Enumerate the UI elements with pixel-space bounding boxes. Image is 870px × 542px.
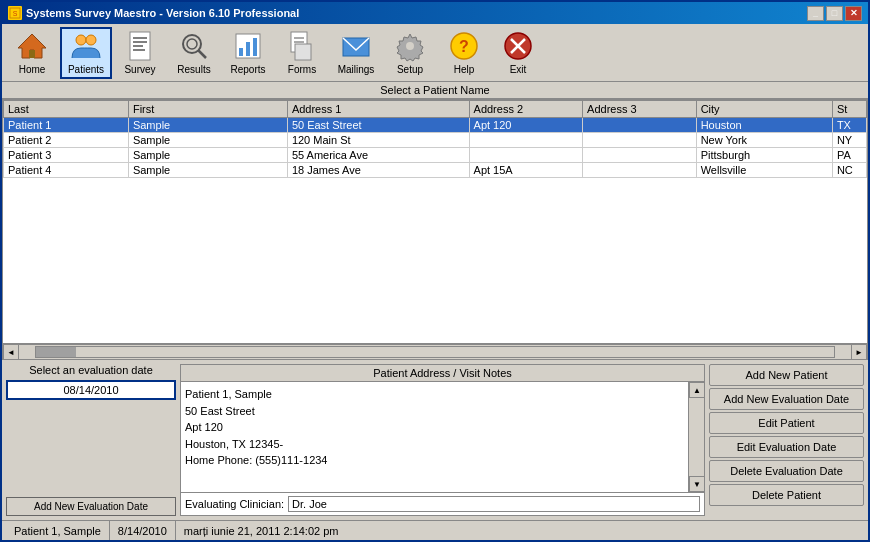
exit-label: Exit [510, 64, 527, 75]
eval-date-panel: Select an evaluation date Add New Evalua… [6, 364, 176, 516]
toolbar-exit[interactable]: Exit [492, 27, 544, 79]
scroll-left-button[interactable]: ◄ [3, 344, 19, 360]
scroll-up-button[interactable]: ▲ [689, 382, 705, 398]
toolbar-survey[interactable]: Survey [114, 27, 166, 79]
scroll-track [689, 398, 704, 476]
patients-icon [70, 30, 102, 62]
setup-label: Setup [397, 64, 423, 75]
toolbar-mailings[interactable]: Mailings [330, 27, 382, 79]
delete-patient-button[interactable]: Delete Patient [709, 484, 864, 506]
patient-table-wrapper: Last First Address 1 Address 2 Address 3… [2, 99, 868, 344]
action-buttons-panel: Add New PatientAdd New Evaluation DateEd… [709, 364, 864, 516]
svg-point-5 [86, 35, 96, 45]
status-timestamp: marți iunie 21, 2011 2:14:02 pm [176, 521, 347, 540]
col-last: Last [4, 101, 129, 118]
address-text: Patient 1, Sample50 East StreetApt 120Ho… [181, 382, 688, 492]
scroll-down-button[interactable]: ▼ [689, 476, 705, 492]
svg-rect-17 [253, 38, 257, 56]
address-line: Patient 1, Sample [185, 386, 684, 403]
eval-date-input[interactable] [6, 380, 176, 400]
select-patient-header: Select a Patient Name [2, 82, 868, 99]
toolbar-home[interactable]: Home [6, 27, 58, 79]
address-line: 50 East Street [185, 403, 684, 420]
status-patient-name: Patient 1, Sample [6, 521, 110, 540]
help-label: Help [454, 64, 475, 75]
clinician-input[interactable] [288, 496, 700, 512]
clinician-bar: Evaluating Clinician: [181, 492, 704, 515]
title-bar: S Systems Survey Maestro - Version 6.10 … [2, 2, 868, 24]
table-row[interactable]: Patient 1Sample50 East StreetApt 120Hous… [4, 118, 867, 133]
toolbar-setup[interactable]: Setup [384, 27, 436, 79]
address-header: Patient Address / Visit Notes [181, 365, 704, 382]
scrollbar-track[interactable] [35, 346, 835, 358]
reports-icon [232, 30, 264, 62]
col-addr3: Address 3 [583, 101, 697, 118]
address-scrollbar: ▲ ▼ [688, 382, 704, 492]
address-line: Home Phone: (555)111-1234 [185, 452, 684, 469]
patients-label: Patients [68, 64, 104, 75]
maximize-button[interactable]: □ [826, 6, 843, 21]
bottom-panel: Select an evaluation date Add New Evalua… [2, 360, 868, 520]
results-icon [178, 30, 210, 62]
scroll-right-button[interactable]: ► [851, 344, 867, 360]
window-title: Systems Survey Maestro - Version 6.10 Pr… [26, 7, 299, 19]
survey-label: Survey [124, 64, 155, 75]
main-window: S Systems Survey Maestro - Version 6.10 … [0, 0, 870, 542]
status-date: 8/14/2010 [110, 521, 176, 540]
svg-point-12 [187, 39, 197, 49]
patient-table: Last First Address 1 Address 2 Address 3… [3, 100, 867, 178]
clinician-label: Evaluating Clinician: [185, 498, 284, 510]
col-addr2: Address 2 [469, 101, 583, 118]
add-new-evaluation-date-button[interactable]: Add New Evaluation Date [709, 388, 864, 410]
add-new-patient-button[interactable]: Add New Patient [709, 364, 864, 386]
forms-icon [286, 30, 318, 62]
col-city: City [696, 101, 832, 118]
col-addr1: Address 1 [287, 101, 469, 118]
svg-point-24 [406, 42, 414, 50]
main-content: Select a Patient Name Last First Address… [2, 82, 868, 520]
address-content: Patient 1, Sample50 East StreetApt 120Ho… [181, 382, 704, 492]
help-icon: ? [448, 30, 480, 62]
status-bar: Patient 1, Sample 8/14/2010 marți iunie … [2, 520, 868, 540]
mailings-label: Mailings [338, 64, 375, 75]
svg-text:?: ? [459, 38, 469, 55]
delete-evaluation-date-button[interactable]: Delete Evaluation Date [709, 460, 864, 482]
app-icon: S [8, 6, 22, 20]
toolbar-help[interactable]: ? Help [438, 27, 490, 79]
mailings-icon [340, 30, 372, 62]
eval-date-label: Select an evaluation date [6, 364, 176, 376]
add-eval-date-bottom-button[interactable]: Add New Evaluation Date [6, 497, 176, 516]
address-line: Houston, TX 12345- [185, 436, 684, 453]
home-icon [16, 30, 48, 62]
svg-rect-16 [246, 42, 250, 56]
table-row[interactable]: Patient 3Sample55 America AvePittsburghP… [4, 148, 867, 163]
col-st: St [832, 101, 866, 118]
svg-rect-15 [239, 48, 243, 56]
svg-rect-19 [295, 44, 311, 60]
setup-icon [394, 30, 426, 62]
toolbar-results[interactable]: Results [168, 27, 220, 79]
col-first: First [128, 101, 287, 118]
toolbar-reports[interactable]: Reports [222, 27, 274, 79]
address-panel: Patient Address / Visit Notes Patient 1,… [180, 364, 705, 516]
forms-label: Forms [288, 64, 316, 75]
toolbar-forms[interactable]: Forms [276, 27, 328, 79]
reports-label: Reports [230, 64, 265, 75]
horizontal-scrollbar[interactable]: ◄ ► [2, 344, 868, 360]
svg-rect-3 [29, 50, 35, 58]
svg-text:S: S [13, 10, 18, 17]
table-row[interactable]: Patient 4Sample18 James AveApt 15AWellsv… [4, 163, 867, 178]
svg-point-4 [76, 35, 86, 45]
svg-line-13 [198, 50, 206, 58]
toolbar: Home Patients [2, 24, 868, 82]
edit-evaluation-date-button[interactable]: Edit Evaluation Date [709, 436, 864, 458]
toolbar-patients[interactable]: Patients [60, 27, 112, 79]
exit-icon [502, 30, 534, 62]
table-row[interactable]: Patient 2Sample120 Main StNew YorkNY [4, 133, 867, 148]
close-button[interactable]: ✕ [845, 6, 862, 21]
scrollbar-thumb[interactable] [36, 347, 76, 357]
edit-patient-button[interactable]: Edit Patient [709, 412, 864, 434]
home-label: Home [19, 64, 46, 75]
minimize-button[interactable]: _ [807, 6, 824, 21]
results-label: Results [177, 64, 210, 75]
